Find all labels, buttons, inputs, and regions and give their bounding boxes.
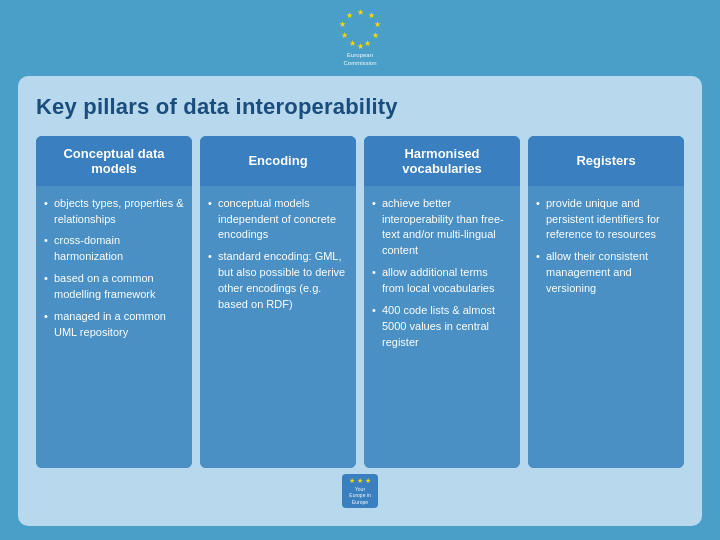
logo-star: ★ <box>374 20 381 29</box>
pillar-harmonised-body: achieve better interoperability than fre… <box>364 186 520 468</box>
pillar-conceptual-body: objects types, properties & relationship… <box>36 186 192 468</box>
bottom-logo-stars: ★ ★ ★ <box>349 477 371 485</box>
pillar-registers: Registers provide unique and persistent … <box>528 136 684 468</box>
list-item: objects types, properties & relationship… <box>44 196 184 228</box>
list-item: achieve better interoperability than fre… <box>372 196 512 260</box>
logo-star: ★ <box>349 38 356 47</box>
pillar-harmonised: Harmonised vocabularies achieve better i… <box>364 136 520 468</box>
page-title: Key pillars of data interoperability <box>36 94 684 120</box>
list-item: managed in a common UML repository <box>44 309 184 341</box>
main-card: Key pillars of data interoperability Con… <box>18 76 702 526</box>
pillars-grid: Conceptual data models objects types, pr… <box>36 136 684 468</box>
logo-star: ★ <box>357 42 364 51</box>
pillar-encoding-header: Encoding <box>200 136 356 186</box>
bottom-star: ★ <box>357 477 363 485</box>
bottom-logo-box: ★ ★ ★ Your Europe in Europe <box>342 474 378 509</box>
pillar-encoding-body: conceptual models independent of concret… <box>200 186 356 468</box>
bottom-logo-area: ★ ★ ★ Your Europe in Europe <box>36 474 684 509</box>
list-item: provide unique and persistent identifier… <box>536 196 676 244</box>
logo-star: ★ <box>368 11 375 20</box>
logo-star: ★ <box>372 30 379 39</box>
pillar-registers-header: Registers <box>528 136 684 186</box>
list-item: conceptual models independent of concret… <box>208 196 348 244</box>
logo-star: ★ <box>339 20 346 29</box>
bottom-star: ★ <box>365 477 371 485</box>
list-item: standard encoding: GML, but also possibl… <box>208 249 348 313</box>
pillar-conceptual-header: Conceptual data models <box>36 136 192 186</box>
logo-star: ★ <box>364 38 371 47</box>
list-item: cross-domain harmonization <box>44 233 184 265</box>
logo-star: ★ <box>357 8 364 17</box>
logo-star: ★ <box>346 11 353 20</box>
list-item: based on a common modelling framework <box>44 271 184 303</box>
pillar-harmonised-header: Harmonised vocabularies <box>364 136 520 186</box>
logo-text: European Commission <box>343 52 376 68</box>
pillar-conceptual: Conceptual data models objects types, pr… <box>36 136 192 468</box>
logo-star: ★ <box>341 30 348 39</box>
list-item: 400 code lists & almost 5000 values in c… <box>372 303 512 351</box>
top-bar: ★ ★ ★ ★ ★ ★ ★ ★ ★ ★ European Commission <box>0 0 720 76</box>
list-item: allow their consistent management and ve… <box>536 249 676 297</box>
pillar-encoding: Encoding conceptual models independent o… <box>200 136 356 468</box>
bottom-star: ★ <box>349 477 355 485</box>
bottom-logo-text: Your Europe in Europe <box>349 486 370 506</box>
list-item: allow additional terms from local vocabu… <box>372 265 512 297</box>
pillar-registers-body: provide unique and persistent identifier… <box>528 186 684 468</box>
eu-commission-logo: ★ ★ ★ ★ ★ ★ ★ ★ ★ ★ European Commission <box>338 10 382 68</box>
